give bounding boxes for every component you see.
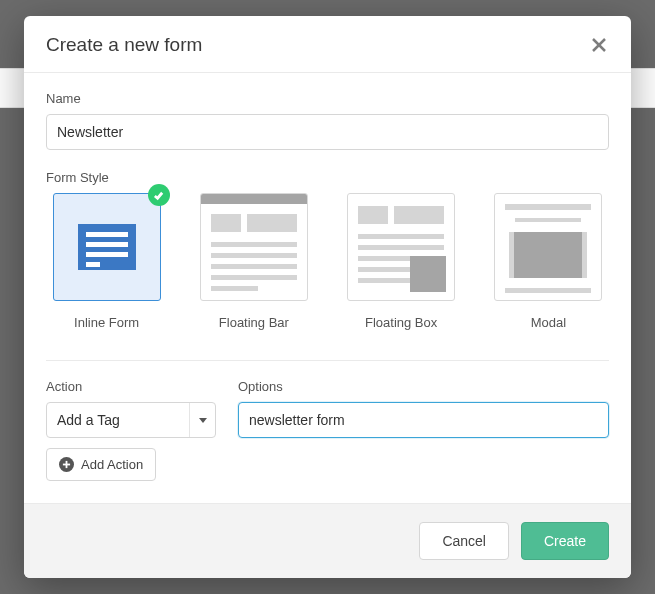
style-caption: Modal [531, 315, 566, 330]
modal-header: Create a new form [24, 16, 631, 73]
caret-down-icon [198, 415, 208, 425]
action-select-value: Add a Tag [57, 412, 189, 428]
style-thumb-floating-bar [200, 193, 308, 301]
action-select[interactable]: Add a Tag [46, 402, 216, 438]
style-thumb-inline [53, 193, 161, 301]
svg-rect-4 [63, 464, 70, 466]
form-style-options: Inline Form Floating Bar [46, 193, 609, 330]
style-option-floating-box[interactable]: Floating Box [341, 193, 462, 330]
action-row: Action Add a Tag Add Action Options [46, 379, 609, 481]
create-label: Create [544, 533, 586, 549]
create-form-modal: Create a new form Name Form Style [24, 16, 631, 578]
style-option-inline[interactable]: Inline Form [46, 193, 167, 330]
selected-badge [148, 184, 170, 206]
cancel-button[interactable]: Cancel [419, 522, 509, 560]
style-thumb-floating-box [347, 193, 455, 301]
create-button[interactable]: Create [521, 522, 609, 560]
cancel-label: Cancel [442, 533, 486, 549]
plus-circle-icon [59, 457, 74, 472]
style-caption: Floating Bar [219, 315, 289, 330]
modal-footer: Cancel Create [24, 503, 631, 578]
name-label: Name [46, 91, 609, 106]
style-caption: Inline Form [74, 315, 139, 330]
check-icon [153, 190, 164, 201]
close-icon [591, 37, 607, 53]
style-caption: Floating Box [365, 315, 437, 330]
form-style-label: Form Style [46, 170, 609, 185]
svg-marker-2 [199, 418, 207, 423]
options-label: Options [238, 379, 609, 394]
select-caret [189, 403, 215, 437]
action-label: Action [46, 379, 216, 394]
add-action-label: Add Action [81, 457, 143, 472]
name-input[interactable] [46, 114, 609, 150]
style-option-floating-bar[interactable]: Floating Bar [193, 193, 314, 330]
close-button[interactable] [589, 35, 609, 55]
options-input[interactable] [238, 402, 609, 438]
style-thumb-modal [494, 193, 602, 301]
form-style-section: Form Style Inline Form [46, 170, 609, 330]
modal-title: Create a new form [46, 34, 202, 56]
style-option-modal[interactable]: Modal [488, 193, 609, 330]
add-action-button[interactable]: Add Action [46, 448, 156, 481]
divider [46, 360, 609, 361]
modal-body: Name Form Style Inli [24, 73, 631, 503]
